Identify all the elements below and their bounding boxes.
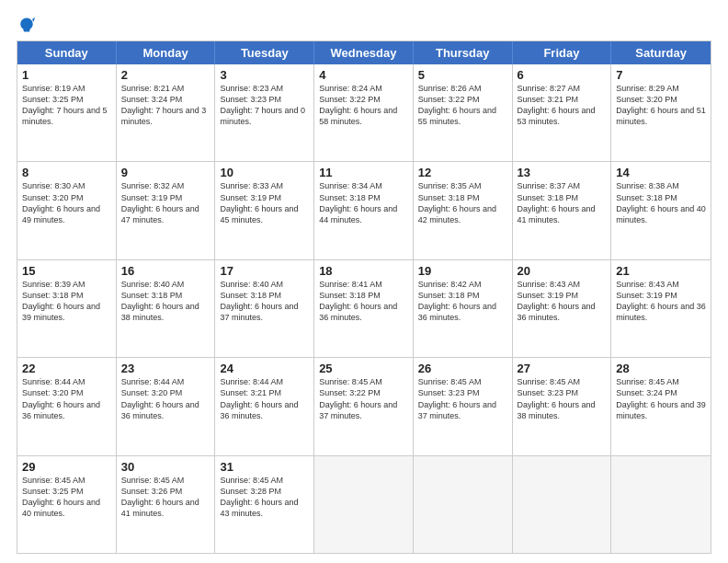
day-number: 31	[220, 460, 309, 474]
header-thursday: Thursday	[414, 41, 513, 64]
calendar-header: Sunday Monday Tuesday Wednesday Thursday…	[17, 41, 711, 64]
table-row: 25 Sunrise: 8:45 AM Sunset: 3:22 PM Dayl…	[314, 358, 414, 454]
day-number: 18	[319, 264, 408, 278]
cell-info: Sunrise: 8:43 AM Sunset: 3:19 PM Dayligh…	[616, 279, 706, 324]
cell-info: Sunrise: 8:37 AM Sunset: 3:18 PM Dayligh…	[518, 180, 607, 225]
day-number: 24	[220, 362, 309, 375]
table-row: 29 Sunrise: 8:45 AM Sunset: 3:25 PM Dayl…	[17, 456, 117, 553]
cell-info: Sunrise: 8:30 AM Sunset: 3:20 PM Dayligh…	[22, 180, 111, 225]
cell-info: Sunrise: 8:39 AM Sunset: 3:18 PM Dayligh…	[22, 279, 111, 324]
table-row: 28 Sunrise: 8:45 AM Sunset: 3:24 PM Dayl…	[611, 358, 711, 454]
day-number: 9	[121, 166, 210, 179]
table-row: 30 Sunrise: 8:45 AM Sunset: 3:26 PM Dayl…	[117, 456, 216, 553]
cell-info: Sunrise: 8:44 AM Sunset: 3:20 PM Dayligh…	[121, 376, 210, 421]
logo	[17, 17, 35, 33]
header-tuesday: Tuesday	[215, 41, 314, 64]
table-row: 5 Sunrise: 8:26 AM Sunset: 3:22 PM Dayli…	[414, 64, 513, 161]
table-row: 11 Sunrise: 8:34 AM Sunset: 3:18 PM Dayl…	[314, 162, 414, 259]
table-row: 13 Sunrise: 8:37 AM Sunset: 3:18 PM Dayl…	[513, 162, 612, 259]
table-row: 4 Sunrise: 8:24 AM Sunset: 3:22 PM Dayli…	[314, 64, 414, 161]
header-friday: Friday	[513, 41, 612, 64]
cell-info: Sunrise: 8:45 AM Sunset: 3:23 PM Dayligh…	[418, 376, 507, 421]
table-row: 27 Sunrise: 8:45 AM Sunset: 3:23 PM Dayl…	[513, 358, 612, 454]
day-number: 14	[616, 166, 706, 179]
day-number: 19	[418, 264, 507, 278]
logo-icon	[18, 17, 35, 33]
table-row: 7 Sunrise: 8:29 AM Sunset: 3:20 PM Dayli…	[611, 64, 711, 161]
table-row: 3 Sunrise: 8:23 AM Sunset: 3:23 PM Dayli…	[215, 64, 314, 161]
day-number: 17	[220, 264, 309, 278]
table-row: 15 Sunrise: 8:39 AM Sunset: 3:18 PM Dayl…	[17, 260, 117, 357]
cell-info: Sunrise: 8:45 AM Sunset: 3:24 PM Dayligh…	[616, 376, 706, 421]
cell-info: Sunrise: 8:40 AM Sunset: 3:18 PM Dayligh…	[220, 279, 309, 324]
calendar-row-5: 29 Sunrise: 8:45 AM Sunset: 3:25 PM Dayl…	[17, 455, 711, 553]
day-number: 2	[121, 68, 210, 82]
day-number: 23	[121, 362, 210, 375]
header-saturday: Saturday	[611, 41, 711, 64]
cell-info: Sunrise: 8:45 AM Sunset: 3:22 PM Dayligh…	[319, 376, 408, 421]
table-row: 18 Sunrise: 8:41 AM Sunset: 3:18 PM Dayl…	[314, 260, 414, 357]
table-row: 10 Sunrise: 8:33 AM Sunset: 3:19 PM Dayl…	[215, 162, 314, 259]
calendar: Sunday Monday Tuesday Wednesday Thursday…	[17, 40, 711, 554]
table-row: 2 Sunrise: 8:21 AM Sunset: 3:24 PM Dayli…	[117, 64, 216, 161]
day-number: 30	[121, 460, 210, 474]
day-number: 3	[220, 68, 309, 82]
cell-info: Sunrise: 8:29 AM Sunset: 3:20 PM Dayligh…	[616, 83, 706, 128]
cell-info: Sunrise: 8:33 AM Sunset: 3:19 PM Dayligh…	[220, 180, 309, 225]
cell-info: Sunrise: 8:42 AM Sunset: 3:18 PM Dayligh…	[418, 279, 507, 324]
table-row: 31 Sunrise: 8:45 AM Sunset: 3:28 PM Dayl…	[215, 456, 314, 553]
calendar-row-3: 15 Sunrise: 8:39 AM Sunset: 3:18 PM Dayl…	[17, 259, 711, 357]
header	[17, 17, 711, 33]
day-number: 10	[220, 166, 309, 179]
table-row: 9 Sunrise: 8:32 AM Sunset: 3:19 PM Dayli…	[117, 162, 216, 259]
day-number: 25	[319, 362, 408, 375]
table-row: 12 Sunrise: 8:35 AM Sunset: 3:18 PM Dayl…	[414, 162, 513, 259]
day-number: 20	[518, 264, 607, 278]
table-row: 16 Sunrise: 8:40 AM Sunset: 3:18 PM Dayl…	[117, 260, 216, 357]
calendar-row-1: 1 Sunrise: 8:19 AM Sunset: 3:25 PM Dayli…	[17, 64, 711, 161]
day-number: 1	[22, 68, 111, 82]
day-number: 15	[22, 264, 111, 278]
calendar-row-4: 22 Sunrise: 8:44 AM Sunset: 3:20 PM Dayl…	[17, 357, 711, 454]
calendar-row-2: 8 Sunrise: 8:30 AM Sunset: 3:20 PM Dayli…	[17, 161, 711, 259]
day-number: 11	[319, 166, 408, 179]
header-sunday: Sunday	[17, 41, 117, 64]
cell-info: Sunrise: 8:44 AM Sunset: 3:21 PM Dayligh…	[220, 376, 309, 421]
cell-info: Sunrise: 8:35 AM Sunset: 3:18 PM Dayligh…	[418, 180, 507, 225]
table-row: 14 Sunrise: 8:38 AM Sunset: 3:18 PM Dayl…	[611, 162, 711, 259]
table-row	[513, 456, 612, 553]
cell-info: Sunrise: 8:40 AM Sunset: 3:18 PM Dayligh…	[121, 279, 210, 324]
day-number: 29	[22, 460, 111, 474]
table-row	[314, 456, 414, 553]
table-row	[414, 456, 513, 553]
cell-info: Sunrise: 8:45 AM Sunset: 3:25 PM Dayligh…	[22, 475, 111, 520]
cell-info: Sunrise: 8:38 AM Sunset: 3:18 PM Dayligh…	[616, 180, 706, 225]
cell-info: Sunrise: 8:34 AM Sunset: 3:18 PM Dayligh…	[319, 180, 408, 225]
table-row: 17 Sunrise: 8:40 AM Sunset: 3:18 PM Dayl…	[215, 260, 314, 357]
cell-info: Sunrise: 8:21 AM Sunset: 3:24 PM Dayligh…	[121, 83, 210, 128]
header-monday: Monday	[117, 41, 216, 64]
cell-info: Sunrise: 8:23 AM Sunset: 3:23 PM Dayligh…	[220, 83, 309, 128]
cell-info: Sunrise: 8:27 AM Sunset: 3:21 PM Dayligh…	[518, 83, 607, 128]
day-number: 13	[518, 166, 607, 179]
day-number: 26	[418, 362, 507, 375]
day-number: 22	[22, 362, 111, 375]
table-row: 20 Sunrise: 8:43 AM Sunset: 3:19 PM Dayl…	[513, 260, 612, 357]
cell-info: Sunrise: 8:44 AM Sunset: 3:20 PM Dayligh…	[22, 376, 111, 421]
cell-info: Sunrise: 8:41 AM Sunset: 3:18 PM Dayligh…	[319, 279, 408, 324]
day-number: 27	[518, 362, 607, 375]
table-row: 26 Sunrise: 8:45 AM Sunset: 3:23 PM Dayl…	[414, 358, 513, 454]
header-wednesday: Wednesday	[314, 41, 414, 64]
day-number: 21	[616, 264, 706, 278]
day-number: 28	[616, 362, 706, 375]
day-number: 16	[121, 264, 210, 278]
cell-info: Sunrise: 8:32 AM Sunset: 3:19 PM Dayligh…	[121, 180, 210, 225]
day-number: 5	[418, 68, 507, 82]
cell-info: Sunrise: 8:45 AM Sunset: 3:23 PM Dayligh…	[518, 376, 607, 421]
calendar-body: 1 Sunrise: 8:19 AM Sunset: 3:25 PM Dayli…	[17, 64, 711, 553]
day-number: 12	[418, 166, 507, 179]
table-row	[611, 456, 711, 553]
table-row: 22 Sunrise: 8:44 AM Sunset: 3:20 PM Dayl…	[17, 358, 117, 454]
day-number: 7	[616, 68, 706, 82]
day-number: 4	[319, 68, 408, 82]
